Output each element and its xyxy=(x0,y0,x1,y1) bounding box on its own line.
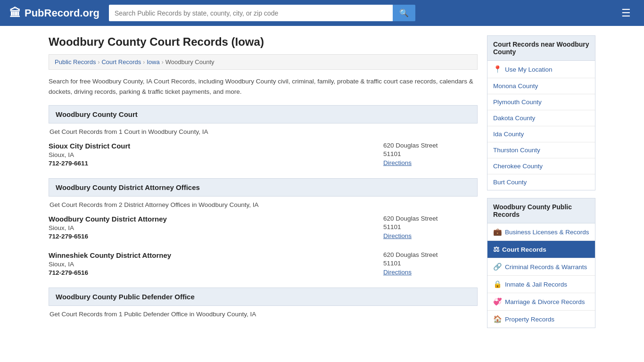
sidebar-item-marriage-records[interactable]: 💞 Marriage & Divorce Records xyxy=(487,293,595,311)
section-header-da: Woodbury County District Attorney Office… xyxy=(49,178,478,197)
breadcrumb-current: Woodbury County xyxy=(165,58,215,66)
page-wrapper: Woodbury County Court Records (Iowa) Pub… xyxy=(39,26,605,345)
section-desc-da: Get Court Records from 2 District Attorn… xyxy=(49,201,478,208)
use-my-location-label: Use My Location xyxy=(505,66,553,73)
sidebar-label-ida: Ida County xyxy=(493,131,524,138)
sidebar-item-ida[interactable]: Ida County xyxy=(487,126,595,142)
sidebar-label-business: Business Licenses & Records xyxy=(505,229,589,236)
main-content: Woodbury County Court Records (Iowa) Pub… xyxy=(49,35,478,336)
site-logo[interactable]: 🏛 PubRecord.org xyxy=(9,7,99,20)
record-address-da1: 620 Douglas Street xyxy=(383,215,478,222)
record-address-da2: 620 Douglas Street xyxy=(383,251,478,258)
sidebar-label-dakota: Dakota County xyxy=(493,115,535,122)
search-button[interactable]: 🔍 xyxy=(393,5,415,21)
record-entry-wc-da: Woodbury County District Attorney Sioux,… xyxy=(49,215,478,242)
record-city: Sioux, IA xyxy=(49,151,383,158)
sidebar-label-cherokee: Cherokee County xyxy=(493,163,543,170)
directions-link[interactable]: Directions xyxy=(383,159,412,166)
sidebar-item-business-licenses[interactable]: 💼 Business Licenses & Records xyxy=(487,223,595,241)
record-right-da2: 620 Douglas Street 51101 Directions xyxy=(383,251,478,276)
section-desc-pd: Get Court Records from 1 Public Defender… xyxy=(49,311,478,318)
sidebar-label-property: Property Records xyxy=(505,316,554,323)
record-zip: 51101 xyxy=(383,150,478,157)
record-city-da1: Sioux, IA xyxy=(49,224,383,231)
lock-icon: 🔒 xyxy=(493,280,502,288)
sidebar-label-plymouth: Plymouth County xyxy=(493,99,542,106)
link-icon: 🔗 xyxy=(493,263,502,271)
sidebar-public-records-title: Woodbury County Public Records xyxy=(487,198,595,223)
logo-text: PubRecord.org xyxy=(25,7,99,19)
sidebar-nearby-list: 📍 Use My Location Monona County Plymouth… xyxy=(487,61,595,190)
record-left-da1: Woodbury County District Attorney Sioux,… xyxy=(49,215,383,240)
sidebar-label-monona: Monona County xyxy=(493,82,538,90)
record-city-da2: Sioux, IA xyxy=(49,261,383,268)
sidebar-label-court: Court Records xyxy=(502,246,546,253)
sidebar-item-property-records[interactable]: 🏠 Property Records xyxy=(487,311,595,328)
site-header: 🏛 PubRecord.org 🔍 ☰ xyxy=(0,0,644,26)
sidebar-item-inmate-records[interactable]: 🔒 Inmate & Jail Records xyxy=(487,276,595,293)
record-phone-da1: 712-279-6516 xyxy=(49,233,383,240)
search-input[interactable] xyxy=(109,5,393,21)
sidebar-item-court-records[interactable]: ⚖ Court Records xyxy=(487,241,595,258)
sidebar-label-marriage: Marriage & Divorce Records xyxy=(505,298,585,305)
record-zip-da1: 51101 xyxy=(383,223,478,230)
record-phone-da2: 712-279-6516 xyxy=(49,269,383,276)
section-desc-court: Get Court Records from 1 Court in Woodbu… xyxy=(49,128,478,135)
sidebar-item-use-location[interactable]: 📍 Use My Location xyxy=(487,61,595,78)
record-zip-da2: 51101 xyxy=(383,260,478,267)
directions-link-da1[interactable]: Directions xyxy=(383,232,412,239)
sidebar-item-criminal-records[interactable]: 🔗 Criminal Records & Warrants xyxy=(487,258,595,276)
sep2: › xyxy=(143,59,145,66)
record-left-da2: Winneshiek County District Attorney Siou… xyxy=(49,251,383,276)
location-icon: 📍 xyxy=(493,65,502,74)
sidebar-item-monona[interactable]: Monona County xyxy=(487,78,595,94)
page-title: Woodbury County Court Records (Iowa) xyxy=(49,35,478,49)
briefcase-icon: 💼 xyxy=(493,228,502,236)
sidebar-item-cherokee[interactable]: Cherokee County xyxy=(487,158,595,174)
sidebar-label-burt: Burt County xyxy=(493,179,527,186)
record-name: Sioux City District Court xyxy=(49,142,383,150)
sidebar-item-thurston[interactable]: Thurston County xyxy=(487,142,595,158)
record-left: Sioux City District Court Sioux, IA 712-… xyxy=(49,142,383,167)
record-entry-winn-da: Winneshiek County District Attorney Siou… xyxy=(49,251,478,278)
sidebar-item-plymouth[interactable]: Plymouth County xyxy=(487,94,595,110)
directions-link-da2[interactable]: Directions xyxy=(383,269,412,276)
section-header-pd: Woodbury County Public Defender Office xyxy=(49,288,478,306)
record-name-da2: Winneshiek County District Attorney xyxy=(49,251,383,259)
record-right-da1: 620 Douglas Street 51101 Directions xyxy=(383,215,478,240)
menu-button[interactable]: ☰ xyxy=(618,5,635,21)
sidebar-item-dakota[interactable]: Dakota County xyxy=(487,110,595,126)
record-right: 620 Douglas Street 51101 Directions xyxy=(383,142,478,167)
breadcrumb: Public Records › Court Records › Iowa › … xyxy=(49,54,478,70)
sidebar: Court Records near Woodbury County 📍 Use… xyxy=(487,35,595,336)
logo-icon: 🏛 xyxy=(9,7,21,20)
sidebar-label-inmate: Inmate & Jail Records xyxy=(505,281,567,288)
record-address: 620 Douglas Street xyxy=(383,142,478,149)
breadcrumb-court-records[interactable]: Court Records xyxy=(101,58,141,66)
sidebar-item-burt[interactable]: Burt County xyxy=(487,174,595,190)
record-entry-sioux-district: Sioux City District Court Sioux, IA 712-… xyxy=(49,142,478,169)
breadcrumb-public-records[interactable]: Public Records xyxy=(55,58,96,66)
house-icon: 🏠 xyxy=(493,315,502,323)
sep3: › xyxy=(162,59,164,66)
record-phone: 712-279-6611 xyxy=(49,160,383,167)
page-description: Search for free Woodbury County, IA Cour… xyxy=(49,76,478,97)
sidebar-public-records-list: 💼 Business Licenses & Records ⚖ Court Re… xyxy=(487,223,595,328)
record-name-da1: Woodbury County District Attorney xyxy=(49,215,383,223)
sidebar-label-thurston: Thurston County xyxy=(493,147,540,154)
search-bar: 🔍 xyxy=(109,5,415,21)
breadcrumb-iowa[interactable]: Iowa xyxy=(147,58,159,66)
sep1: › xyxy=(98,59,99,66)
sidebar-nearby-title: Court Records near Woodbury County xyxy=(487,35,595,61)
heart-icon: 💞 xyxy=(493,297,502,306)
scales-icon: ⚖ xyxy=(493,245,499,254)
section-header-court: Woodbury County Court xyxy=(49,105,478,123)
sidebar-label-criminal: Criminal Records & Warrants xyxy=(505,263,587,271)
